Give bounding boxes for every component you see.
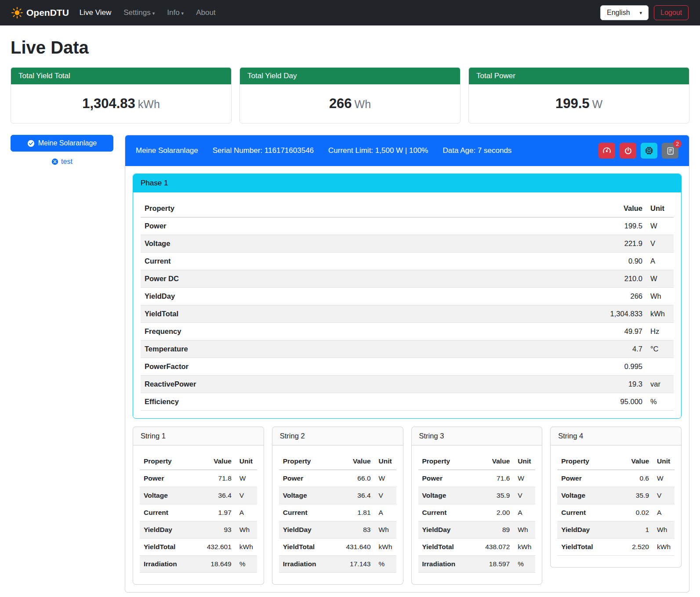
- row-value: 18.649: [200, 556, 236, 573]
- sidebar-item-test[interactable]: test: [11, 158, 113, 166]
- row-property: Power DC: [141, 270, 442, 288]
- eventlog-button[interactable]: 2: [662, 143, 678, 159]
- row-property: YieldDay: [418, 521, 479, 539]
- card-title: Total Yield Day: [240, 68, 460, 84]
- table-row: Power 0.6 W: [557, 470, 675, 487]
- row-property: YieldDay: [557, 521, 618, 539]
- card-title: Total Power: [469, 68, 689, 84]
- navbar: OpenDTU Live View Settings▾ Info▾ About …: [0, 0, 700, 25]
- inverter-select-label: Meine Solaranlage: [38, 139, 97, 147]
- row-property: Voltage: [141, 235, 442, 253]
- row-value: 0.995: [442, 358, 646, 376]
- col-unit: Unit: [653, 453, 675, 470]
- col-value: Value: [618, 453, 653, 470]
- row-value: 71.8: [200, 470, 236, 487]
- nav-about[interactable]: About: [196, 8, 215, 17]
- inverter-select-button[interactable]: Meine Solaranlage: [11, 135, 113, 152]
- row-unit: W: [646, 270, 674, 288]
- row-value: 2.00: [479, 504, 514, 521]
- brand[interactable]: OpenDTU: [11, 7, 69, 18]
- language-select[interactable]: English ▾: [600, 5, 649, 20]
- nav-live-view[interactable]: Live View: [80, 8, 111, 17]
- row-unit: kWh: [375, 539, 396, 556]
- row-value: 71.6: [479, 470, 514, 487]
- limit-settings-button[interactable]: [598, 143, 615, 159]
- row-property: Power: [418, 470, 479, 487]
- row-property: ReactivePower: [141, 376, 442, 393]
- nav-settings[interactable]: Settings▾: [123, 8, 155, 17]
- table-row: Current 0.90 A: [141, 253, 674, 270]
- row-value: 199.5: [442, 217, 646, 235]
- string-4-table: Property Value Unit Power: [557, 453, 675, 556]
- row-unit: Wh: [646, 288, 674, 305]
- row-unit: Wh: [375, 521, 396, 539]
- row-unit: W: [514, 470, 535, 487]
- col-unit: Unit: [514, 453, 535, 470]
- row-value: 432.601: [200, 539, 236, 556]
- row-value: 1,304.833: [442, 305, 646, 323]
- table-row: Voltage 36.4 V: [279, 487, 396, 504]
- row-value: 1: [618, 521, 653, 539]
- row-property: YieldTotal: [557, 539, 618, 556]
- row-unit: A: [236, 504, 257, 521]
- row-unit: W: [646, 217, 674, 235]
- table-row: Current 2.00 A: [418, 504, 536, 521]
- string-1-table: Property Value Unit Power: [140, 453, 257, 573]
- chevron-down-icon: ▾: [640, 10, 642, 16]
- row-property: YieldDay: [141, 288, 442, 305]
- table-row: Current 0.02 A: [557, 504, 675, 521]
- page-title: Live Data: [11, 38, 689, 58]
- col-unit: Unit: [375, 453, 396, 470]
- col-property: Property: [140, 453, 200, 470]
- device-info-button[interactable]: [641, 143, 657, 159]
- row-value: 2.520: [618, 539, 653, 556]
- table-row: Temperature 4.7 °C: [141, 340, 674, 358]
- power-button[interactable]: [620, 143, 636, 159]
- eventlog-badge: 2: [673, 140, 682, 148]
- row-value: 1.97: [200, 504, 236, 521]
- nav-info[interactable]: Info▾: [167, 8, 184, 17]
- strings-row: String 1 Property Value Unit: [133, 427, 682, 585]
- row-property: Power: [141, 217, 442, 235]
- brand-label: OpenDTU: [26, 7, 69, 18]
- row-unit: %: [375, 556, 396, 573]
- table-row: YieldTotal 438.072 kWh: [418, 539, 536, 556]
- table-row: Voltage 36.4 V: [140, 487, 257, 504]
- phase-card: Phase 1 Property Value Unit: [133, 174, 682, 419]
- string-1-card: String 1 Property Value Unit: [133, 427, 264, 585]
- row-value: 431.640: [340, 539, 375, 556]
- row-value: 438.072: [479, 539, 514, 556]
- inverter-name: Meine Solaranlage: [136, 146, 198, 155]
- row-property: Current: [279, 504, 340, 521]
- col-value: Value: [200, 453, 236, 470]
- table-row: Irradiation 18.597 %: [418, 556, 536, 573]
- row-property: Irradiation: [279, 556, 340, 573]
- row-property: Temperature: [141, 340, 442, 358]
- chevron-down-icon: ▾: [152, 11, 155, 16]
- table-row: YieldDay 1 Wh: [557, 521, 675, 539]
- x-circle-icon[interactable]: [51, 158, 58, 165]
- table-row: Irradiation 18.649 %: [140, 556, 257, 573]
- row-unit: Wh: [653, 521, 675, 539]
- string-4-card: String 4 Property Value Unit: [550, 427, 682, 568]
- col-value: Value: [340, 453, 375, 470]
- logout-button[interactable]: Logout: [654, 5, 689, 20]
- row-value: 266: [442, 288, 646, 305]
- string-title: String 2: [272, 427, 403, 445]
- card-total-power: Total Power 199.5W: [468, 67, 689, 123]
- card-value: 1,304.83: [82, 96, 135, 111]
- row-property: Voltage: [418, 487, 479, 504]
- table-row: YieldDay 93 Wh: [140, 521, 257, 539]
- table-row: Current 1.81 A: [279, 504, 396, 521]
- row-unit: %: [646, 393, 674, 411]
- card-total-yield-total: Total Yield Total 1,304.83kWh: [11, 67, 232, 123]
- summary-cards: Total Yield Total 1,304.83kWh Total Yiel…: [11, 67, 689, 123]
- table-row: ReactivePower 19.3 var: [141, 376, 674, 393]
- row-property: Current: [140, 504, 200, 521]
- row-value: 17.143: [340, 556, 375, 573]
- table-row: Voltage 35.9 V: [557, 487, 675, 504]
- row-value: 36.4: [200, 487, 236, 504]
- card-unit: W: [592, 98, 602, 110]
- row-value: 35.9: [618, 487, 653, 504]
- row-unit: V: [653, 487, 675, 504]
